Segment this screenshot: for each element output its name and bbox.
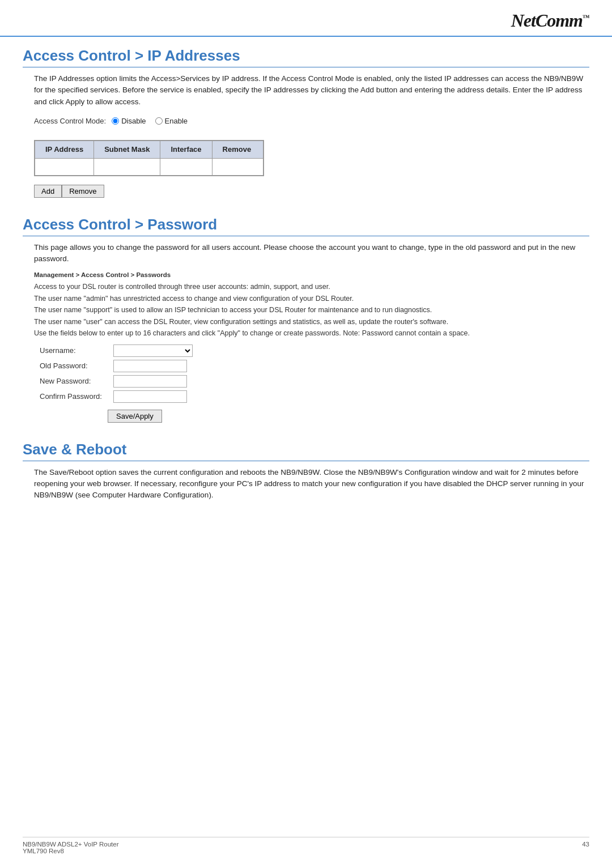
confirm-password-label: Confirm Password: [40, 391, 113, 402]
footer-page-number: 43 [582, 841, 589, 854]
new-password-label: New Password: [40, 376, 113, 387]
password-form: Username: Old Password: New Password: Co… [40, 344, 589, 403]
breadcrumb: Management > Access Control > Passwords [34, 270, 589, 280]
confirm-password-input[interactable] [113, 390, 187, 403]
info-line-4: The user name "user" can access the DSL … [34, 317, 589, 327]
section1-description: The IP Addresses option limits the Acces… [34, 73, 589, 108]
ip-table-wrapper: IP Address Subnet Mask Interface Remove [34, 140, 264, 176]
username-label: Username: [40, 345, 113, 356]
section1-body: The IP Addresses option limits the Acces… [23, 73, 589, 198]
control-mode-row: Access Control Mode: Disable Enable [34, 116, 589, 127]
username-row: Username: [40, 344, 589, 357]
section3-description: The Save/Reboot option saves the current… [34, 467, 589, 501]
info-lines: Access to your DSL router is controlled … [34, 282, 589, 339]
username-select[interactable] [113, 344, 193, 357]
enable-radio[interactable] [155, 117, 163, 125]
control-mode-label: Access Control Mode: [34, 116, 106, 127]
save-apply-button[interactable]: Save/Apply [108, 410, 162, 423]
confirm-password-row: Confirm Password: [40, 390, 589, 403]
radio-group: Disable Enable [112, 116, 188, 127]
disable-label: Disable [121, 116, 146, 127]
table-header-row: IP Address Subnet Mask Interface Remove [35, 141, 264, 159]
page-header: NetComm™ [0, 0, 612, 37]
page-footer: NB9/NB9W ADSL2+ VoIP Router YML790 Rev8 … [23, 837, 589, 854]
section1-heading: Access Control > IP Addresses [23, 47, 589, 67]
old-password-label: Old Password: [40, 360, 113, 372]
section2-heading: Access Control > Password [23, 216, 589, 236]
info-line-3: The user name "support" is used to allow… [34, 305, 589, 316]
table-row [35, 158, 264, 176]
logo: NetComm™ [511, 10, 589, 31]
section2-description: This page allows you to change the passw… [34, 242, 589, 265]
add-button[interactable]: Add [34, 185, 62, 198]
main-content: Access Control > IP Addresses The IP Add… [0, 47, 612, 501]
ip-address-table: IP Address Subnet Mask Interface Remove [35, 141, 264, 176]
new-password-input[interactable] [113, 375, 187, 388]
section3-body: The Save/Reboot option saves the current… [23, 467, 589, 501]
footer-line2: YML790 Rev8 [23, 848, 119, 854]
old-password-row: Old Password: [40, 360, 589, 372]
enable-label: Enable [165, 116, 188, 127]
enable-radio-label[interactable]: Enable [155, 116, 188, 127]
info-line-2: The user name "admin" has unrestricted a… [34, 294, 589, 304]
save-apply-row: Save/Apply [108, 410, 589, 423]
col-subnet-mask: Subnet Mask [94, 141, 160, 159]
section3-heading: Save & Reboot [23, 441, 589, 461]
col-remove: Remove [212, 141, 263, 159]
info-line-1: Access to your DSL router is controlled … [34, 282, 589, 292]
info-line-5: Use the fields below to enter up to 16 c… [34, 329, 589, 339]
col-ip-address: IP Address [35, 141, 94, 159]
ip-table-btn-row: Add Remove [34, 185, 589, 198]
footer-line1: NB9/NB9W ADSL2+ VoIP Router [23, 841, 119, 848]
old-password-input[interactable] [113, 360, 187, 372]
footer-left: NB9/NB9W ADSL2+ VoIP Router YML790 Rev8 [23, 841, 119, 854]
disable-radio[interactable] [112, 117, 119, 125]
new-password-row: New Password: [40, 375, 589, 388]
col-interface: Interface [160, 141, 212, 159]
remove-button[interactable]: Remove [62, 185, 104, 198]
disable-radio-label[interactable]: Disable [112, 116, 146, 127]
section2-body: This page allows you to change the passw… [23, 242, 589, 423]
